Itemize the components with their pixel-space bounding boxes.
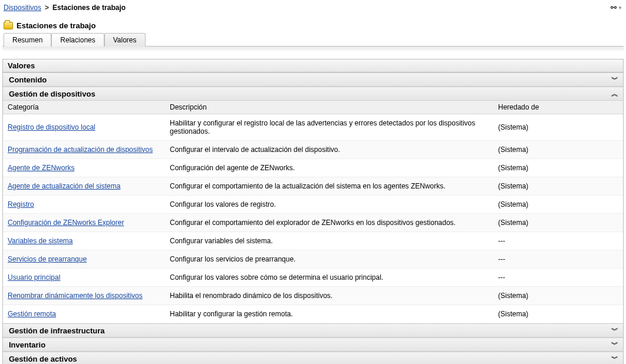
row-inherited: (Sistema) <box>493 214 623 232</box>
category-link[interactable]: Configuración de ZENworks Explorer <box>8 219 124 227</box>
section-content[interactable]: Contenido ︾ <box>3 72 623 87</box>
expand-icon[interactable]: ︾ <box>609 339 621 350</box>
section-asset-mgmt[interactable]: Gestión de activos ︾ <box>3 352 623 364</box>
category-link[interactable]: Registro <box>8 200 34 209</box>
table-row: RegistroConfigurar los valores de regist… <box>3 196 623 214</box>
table-row: Usuario principalConfigurar los valores … <box>3 269 623 287</box>
values-panel: Valores Contenido ︾ Gestión de dispositi… <box>2 59 624 364</box>
settings-table: Categoría Descripción Heredado de Regist… <box>3 101 623 323</box>
table-row: Configuración de ZENworks ExplorerConfig… <box>3 214 623 232</box>
category-link[interactable]: Gestión remota <box>8 310 56 318</box>
section-device-mgmt-label: Gestión de dispositivos <box>9 90 95 98</box>
row-description: Configurar los valores sobre cómo se det… <box>165 269 493 287</box>
row-inherited: (Sistema) <box>493 159 623 177</box>
row-inherited: (Sistema) <box>493 177 623 196</box>
row-inherited: (Sistema) <box>493 114 623 141</box>
row-inherited: (Sistema) <box>493 305 623 323</box>
expand-icon[interactable]: ︾ <box>609 353 621 364</box>
row-inherited: --- <box>493 250 623 269</box>
table-row: Variables de sistemaConfigurar variables… <box>3 232 623 250</box>
section-infra-mgmt-label: Gestión de infraestructura <box>9 326 105 335</box>
col-inherited: Heredado de <box>493 101 623 114</box>
row-description: Configuración del agente de ZENworks. <box>165 159 493 177</box>
table-row: Agente de actualización del sistemaConfi… <box>3 177 623 196</box>
breadcrumb-parent-link[interactable]: Dispositivos <box>4 4 41 12</box>
row-inherited: (Sistema) <box>493 287 623 305</box>
row-inherited: --- <box>493 269 623 287</box>
table-row: Agente de ZENworksConfiguración del agen… <box>3 159 623 177</box>
tab-summary[interactable]: Resumen <box>4 33 51 47</box>
category-link[interactable]: Registro de dispositivo local <box>8 123 95 131</box>
breadcrumb-current: Estaciones de trabajo <box>52 4 126 12</box>
row-description: Configurar variables del sistema. <box>165 232 493 250</box>
chevron-down-icon: ▼ <box>618 5 622 11</box>
row-description: Configurar los valores de registro. <box>165 196 493 214</box>
row-description: Configurar los servicios de prearranque. <box>165 250 493 269</box>
breadcrumb-separator: > <box>45 4 49 12</box>
section-asset-mgmt-label: Gestión de activos <box>9 355 77 363</box>
section-inventory-label: Inventario <box>9 340 45 349</box>
row-inherited: (Sistema) <box>493 196 623 214</box>
table-row: Renombrar dinámicamente los dispositivos… <box>3 287 623 305</box>
category-link[interactable]: Usuario principal <box>8 273 60 282</box>
collapse-icon[interactable]: ︽ <box>609 88 621 99</box>
section-infra-mgmt[interactable]: Gestión de infraestructura ︾ <box>3 323 623 337</box>
row-description: Habilitar y configurar el registro local… <box>165 114 493 141</box>
tab-relations[interactable]: Relaciones <box>51 33 104 47</box>
link-icon: ⚯ <box>611 4 617 12</box>
row-inherited: --- <box>493 232 623 250</box>
row-description: Habilitar y configurar la gestión remota… <box>165 305 493 323</box>
panel-title: Valores <box>3 59 623 72</box>
category-link[interactable]: Agente de ZENworks <box>8 164 74 172</box>
row-inherited: (Sistema) <box>493 141 623 159</box>
category-link[interactable]: Variables de sistema <box>8 237 73 245</box>
expand-icon[interactable]: ︾ <box>609 325 621 336</box>
row-description: Configurar el intervalo de actualización… <box>165 141 493 159</box>
category-link[interactable]: Servicios de prearranque <box>8 255 87 263</box>
row-description: Configurar el comportamiento de la actua… <box>165 177 493 196</box>
col-category: Categoría <box>3 101 165 114</box>
section-content-label: Contenido <box>9 75 47 84</box>
row-description: Configurar el comportamiento del explora… <box>165 214 493 232</box>
col-description: Descripción <box>165 101 493 114</box>
section-inventory[interactable]: Inventario ︾ <box>3 337 623 352</box>
table-row: Servicios de prearranqueConfigurar los s… <box>3 250 623 269</box>
tab-bar: Resumen Relaciones Valores <box>2 32 624 46</box>
table-row: Registro de dispositivo localHabilitar y… <box>3 114 623 141</box>
expand-icon[interactable]: ︾ <box>609 74 621 85</box>
tab-strip <box>2 46 624 51</box>
table-row: Programación de actualización de disposi… <box>3 141 623 159</box>
folder-icon <box>4 22 13 29</box>
row-description: Habilita el renombrado dinámico de los d… <box>165 287 493 305</box>
page-link-menu[interactable]: ⚯ ▼ <box>611 4 622 12</box>
category-link[interactable]: Agente de actualización del sistema <box>8 182 120 190</box>
page-title: Estaciones de trabajo <box>17 21 95 30</box>
section-device-mgmt[interactable]: Gestión de dispositivos ︽ <box>3 87 623 101</box>
breadcrumb: Dispositivos > Estaciones de trabajo <box>4 4 126 12</box>
category-link[interactable]: Renombrar dinámicamente los dispositivos <box>8 292 143 300</box>
table-row: Gestión remotaHabilitar y configurar la … <box>3 305 623 323</box>
category-link[interactable]: Programación de actualización de disposi… <box>8 145 153 154</box>
tab-values[interactable]: Valores <box>104 33 146 47</box>
